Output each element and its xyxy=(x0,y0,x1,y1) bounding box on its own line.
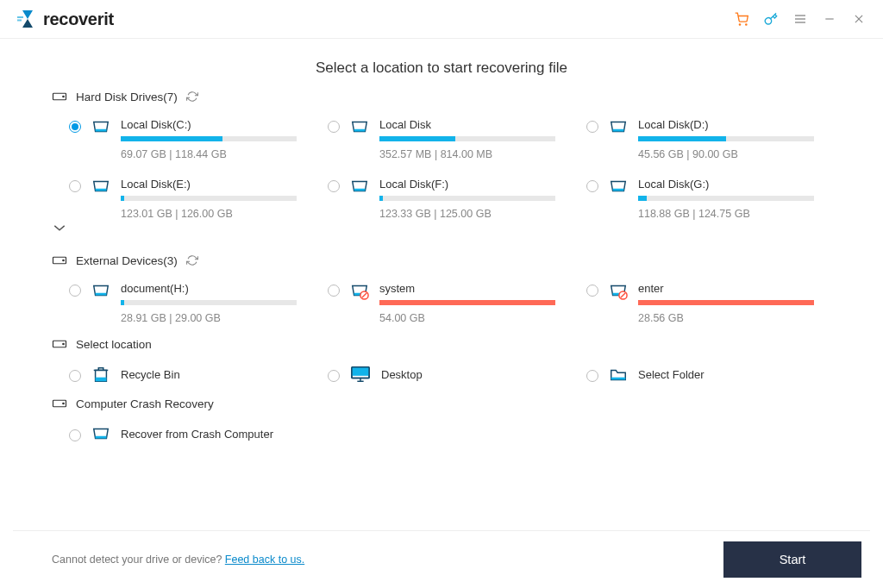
svg-rect-20 xyxy=(96,293,107,296)
header-actions xyxy=(735,12,866,26)
recycle-icon xyxy=(91,365,110,384)
svg-point-11 xyxy=(63,96,65,97)
svg-rect-0 xyxy=(17,16,23,18)
disk-icon xyxy=(609,117,628,136)
drive-item[interactable]: Local Disk(G:)118.88 GB | 124.75 GB xyxy=(586,178,831,220)
section-location-label: Select location xyxy=(76,338,152,351)
drive-name: Local Disk(D:) xyxy=(638,118,814,131)
section-hdd-header: Hard Disk Drives(7) xyxy=(52,89,831,104)
location-label: Select Folder xyxy=(638,368,705,381)
crash-label: Recover from Crash Computer xyxy=(121,428,273,441)
svg-point-38 xyxy=(63,403,65,404)
radio-location[interactable] xyxy=(328,370,340,382)
section-external-label: External Devices(3) xyxy=(76,254,178,267)
svg-rect-36 xyxy=(611,378,626,380)
disk-icon xyxy=(350,117,369,136)
usage-bar xyxy=(638,136,814,141)
menu-icon[interactable] xyxy=(793,12,807,26)
drive-name: Local Disk(F:) xyxy=(379,178,555,191)
close-icon[interactable] xyxy=(852,12,866,26)
radio-crash[interactable] xyxy=(69,429,81,441)
chevron-down-icon xyxy=(52,223,67,232)
location-label: Recycle Bin xyxy=(121,368,180,381)
refresh-icon[interactable] xyxy=(186,91,198,103)
svg-rect-12 xyxy=(96,129,107,132)
location-item[interactable]: Select Folder xyxy=(586,366,831,384)
usage-bar xyxy=(638,196,814,201)
disk-icon xyxy=(350,177,369,196)
section-crash: Computer Crash Recovery Recover from Cra… xyxy=(52,396,831,443)
radio-location[interactable] xyxy=(586,370,598,382)
hdd-icon xyxy=(52,89,67,104)
drive-item[interactable]: Local Disk(F:)123.33 GB | 125.00 GB xyxy=(328,178,573,220)
disk-icon xyxy=(91,281,110,300)
usage-bar xyxy=(638,300,814,305)
section-hdd-label: Hard Disk Drives(7) xyxy=(76,91,178,103)
cart-icon[interactable] xyxy=(735,12,748,26)
location-icon xyxy=(52,336,67,352)
section-external: External Devices(3) document(H:)28.91 GB… xyxy=(52,253,831,324)
drive-item[interactable]: Local Disk(C:)69.07 GB | 118.44 GB xyxy=(69,118,314,160)
feedback-link[interactable]: Feed back to us. xyxy=(225,554,304,566)
drive-name: Local Disk(G:) xyxy=(638,178,814,191)
disk-icon xyxy=(91,177,110,196)
radio-drive[interactable] xyxy=(328,180,340,192)
radio-location[interactable] xyxy=(69,370,81,382)
section-crash-label: Computer Crash Recovery xyxy=(76,397,214,410)
folder-icon xyxy=(609,365,628,384)
svg-point-3 xyxy=(746,23,747,24)
svg-rect-13 xyxy=(354,129,366,132)
radio-drive[interactable] xyxy=(328,285,340,297)
disk-icon xyxy=(609,177,628,196)
usage-bar xyxy=(379,300,555,305)
footer-text: Cannot detect your drive or device? Feed… xyxy=(52,554,304,566)
start-button[interactable]: Start xyxy=(723,541,861,578)
radio-drive[interactable] xyxy=(69,121,81,133)
drive-stats: 123.33 GB | 125.00 GB xyxy=(379,208,555,220)
svg-rect-16 xyxy=(354,189,366,191)
drive-item[interactable]: Local Disk(E:)123.01 GB | 126.00 GB xyxy=(69,178,314,220)
drive-name: enter xyxy=(638,282,814,295)
svg-rect-30 xyxy=(96,378,107,382)
svg-point-2 xyxy=(739,23,740,24)
drive-item[interactable]: document(H:)28.91 GB | 29.00 GB xyxy=(69,282,314,324)
drive-name: Local Disk(E:) xyxy=(121,178,297,191)
drive-item[interactable]: enter28.56 GB xyxy=(586,282,831,324)
crash-item[interactable]: Recover from Crash Computer xyxy=(69,425,831,443)
location-item[interactable]: Desktop xyxy=(328,366,573,384)
app-logo: recoverit xyxy=(17,9,114,29)
radio-drive[interactable] xyxy=(586,121,598,133)
drive-stats: 118.88 GB | 124.75 GB xyxy=(638,208,814,220)
drive-stats: 69.07 GB | 118.44 GB xyxy=(121,148,297,160)
drive-item[interactable]: system54.00 GB xyxy=(328,282,573,324)
drive-stats: 28.91 GB | 29.00 GB xyxy=(121,312,297,324)
disk-icon xyxy=(350,281,369,300)
radio-drive[interactable] xyxy=(328,121,340,133)
svg-rect-32 xyxy=(352,367,369,376)
drive-stats: 54.00 GB xyxy=(379,312,555,324)
disk-icon xyxy=(91,117,110,136)
radio-drive[interactable] xyxy=(69,285,81,297)
drive-stats: 45.56 GB | 90.00 GB xyxy=(638,148,814,160)
location-item[interactable]: Recycle Bin xyxy=(69,366,314,384)
external-icon xyxy=(52,253,67,268)
drive-item[interactable]: Local Disk(D:)45.56 GB | 90.00 GB xyxy=(586,118,831,160)
svg-rect-14 xyxy=(613,129,624,132)
minimize-icon[interactable] xyxy=(823,12,836,26)
section-location-header: Select location xyxy=(52,336,831,352)
radio-drive[interactable] xyxy=(69,180,81,192)
expand-hdd[interactable] xyxy=(52,220,831,241)
section-location: Select location Recycle BinDesktopSelect… xyxy=(52,336,831,384)
drive-item[interactable]: Local Disk352.57 MB | 814.00 MB xyxy=(328,118,573,160)
refresh-icon[interactable] xyxy=(186,254,198,266)
drive-stats: 28.56 GB xyxy=(638,312,814,324)
usage-bar xyxy=(379,196,555,201)
section-crash-header: Computer Crash Recovery xyxy=(52,396,831,411)
radio-drive[interactable] xyxy=(586,285,598,297)
drive-name: document(H:) xyxy=(121,282,297,295)
key-icon[interactable] xyxy=(764,12,778,26)
svg-rect-17 xyxy=(613,189,624,191)
radio-drive[interactable] xyxy=(586,180,598,192)
disk-icon xyxy=(609,281,628,300)
drive-name: Local Disk(C:) xyxy=(121,118,297,131)
